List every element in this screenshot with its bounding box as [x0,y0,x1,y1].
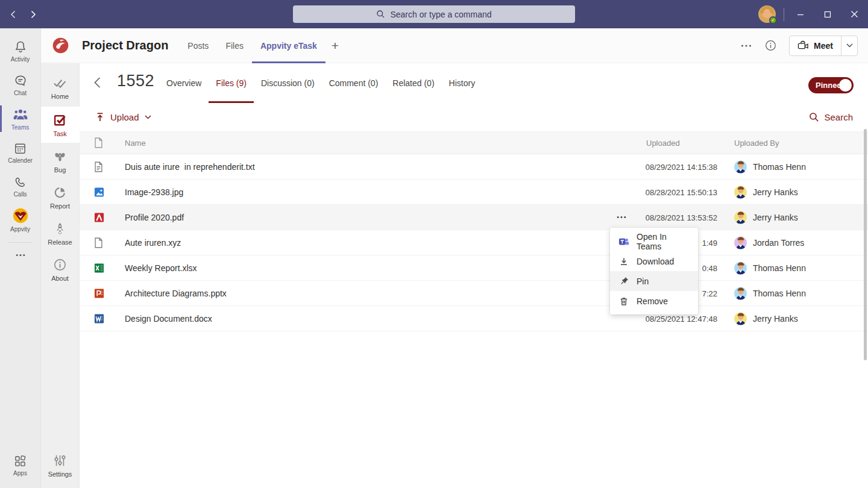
task-tab-overview[interactable]: Overview [159,63,209,103]
column-name[interactable]: Name [125,139,146,148]
files-search-button[interactable]: Search [809,103,853,131]
rail-item-apps[interactable]: Apps [0,448,41,482]
more-options-icon[interactable] [734,44,758,48]
vertical-scrollbar[interactable] [864,129,867,360]
rail-item-appvity[interactable]: Appvity [0,203,41,237]
back-chevron-icon[interactable] [93,77,101,89]
upload-button[interactable]: Upload [95,103,151,131]
pinned-toggle[interactable]: Pinned [808,77,854,93]
rail-label: Calender [8,157,33,164]
presence-available-icon: ✓ [769,16,777,24]
meet-button[interactable]: Meet [790,36,841,55]
close-button[interactable] [841,0,868,28]
file-row[interactable]: Design Document.docx 08/25/2021 12:47:48… [80,306,868,331]
task-tab-related[interactable]: Related (0) [385,63,441,103]
task-tab-history[interactable]: History [442,63,483,103]
back-icon[interactable] [8,10,18,19]
etask-content: 1552 Overview Files (9) Discussion (0) C… [80,63,868,488]
forward-icon[interactable] [28,10,38,19]
rail-label: Chat [14,90,27,96]
file-generic-icon [94,137,103,149]
file-row[interactable]: Image-2938.jpg 08/28/2021 15:50:13 Jerry… [80,180,868,205]
module-item-bug[interactable]: Bug [41,143,80,179]
module-label: Settings [48,471,72,478]
module-item-home[interactable]: Home [41,70,80,107]
tab-files[interactable]: Files [217,28,252,63]
file-name: Aute iruren.xyz [125,238,181,248]
rail-item-activity[interactable]: Activity [0,34,41,68]
search-icon [376,10,385,19]
avatar [734,211,747,224]
file-context-menu: Open In Teams Download Pin Remove [610,228,698,314]
generic-file-icon [94,237,103,248]
column-uploaded[interactable]: Uploaded [646,139,680,148]
upload-icon [95,112,105,122]
task-tab-comment[interactable]: Comment (0) [322,63,386,103]
meet-dropdown-button[interactable] [841,36,857,55]
info-icon[interactable] [758,40,783,51]
module-item-report[interactable]: Report [41,179,80,215]
file-row[interactable]: Weekly Report.xlsx 0:48 Thomas Henn [80,255,868,281]
menu-item-pin[interactable]: Pin [610,271,698,291]
file-uploaded: 08/28/2021 13:53:52 [636,213,717,222]
menu-item-download[interactable]: Download [610,251,698,271]
channel-header: Project Dragon Posts Files Appvity eTask… [41,28,868,63]
pinned-label: Pinned [816,81,841,90]
file-row[interactable]: Aute iruren.xyz 1:49 Jordan Torres [80,230,868,255]
uploader-name: Jerry Hanks [753,314,798,324]
module-item-task[interactable]: Task [41,107,80,143]
task-tabs: Overview Files (9) Discussion (0) Commen… [159,63,482,103]
rail-item-calender[interactable]: Calender [0,136,41,169]
teams-icon [618,236,629,247]
avatar [734,312,747,325]
files-search-label: Search [824,112,853,122]
rail-label: Teams [11,124,29,131]
add-tab-button[interactable]: + [332,39,339,53]
command-search-input[interactable]: Search or type a command [293,5,575,23]
file-row[interactable]: Architecture Diagrams.pptx 7:22 Thomas H… [80,281,868,306]
rail-more-icon[interactable] [16,246,25,263]
task-header: 1552 Overview Files (9) Discussion (0) C… [80,63,868,103]
user-avatar[interactable]: ✓ [758,5,776,23]
rail-label: Appvity [10,226,30,233]
maximize-button[interactable] [814,0,841,28]
window-controls: ✓ [758,0,868,28]
module-item-about[interactable]: About [41,251,80,287]
rail-label: Apps [13,470,27,477]
team-name: Project Dragon [82,39,168,52]
channel-tabs: Posts Files Appvity eTask [179,28,325,63]
rail-label: Activity [11,56,30,63]
menu-item-label: Remove [637,296,668,306]
rail-item-calls[interactable]: Calls [0,169,41,203]
about-info-icon [52,257,68,272]
file-uploaded-by: Jerry Hanks [734,186,798,198]
file-uploaded-by: Thomas Henn [734,261,806,274]
tab-posts[interactable]: Posts [179,28,217,63]
file-row-selected[interactable]: Profile 2020.pdf 08/28/2021 13:53:52 Jer… [80,205,868,230]
task-tab-discussion[interactable]: Discussion (0) [254,63,322,103]
toggle-knob [839,79,852,92]
module-item-release[interactable]: Release [41,215,80,251]
task-tab-files[interactable]: Files (9) [209,63,254,103]
team-dragon-logo [52,37,69,54]
module-item-settings[interactable]: Settings [41,447,80,483]
file-uploaded-by: Thomas Henn [734,287,806,299]
column-uploaded-by[interactable]: Uploaded By [734,139,779,148]
minimize-button[interactable] [787,0,814,28]
txt-file-icon [94,161,103,172]
pdf-file-icon [94,212,104,222]
file-row[interactable]: Duis aute irure in reprehenderit.txt 08/… [80,154,868,180]
uploader-name: Jerry Hanks [753,213,798,222]
app-rail: Activity Chat Teams Calender Calls Appvi… [0,28,41,488]
menu-item-remove[interactable]: Remove [610,291,698,311]
row-more-options-icon[interactable] [612,210,631,225]
module-label: Task [53,130,67,137]
file-name: Design Document.docx [125,314,212,324]
rocket-icon [52,221,68,236]
menu-item-open-in-teams[interactable]: Open In Teams [610,231,698,251]
tab-appvity-etask[interactable]: Appvity eTask [252,28,326,63]
rail-item-chat[interactable]: Chat [0,68,41,102]
module-label: Bug [54,166,66,174]
rail-item-teams[interactable]: Teams [0,102,41,136]
file-name: Profile 2020.pdf [125,213,184,222]
